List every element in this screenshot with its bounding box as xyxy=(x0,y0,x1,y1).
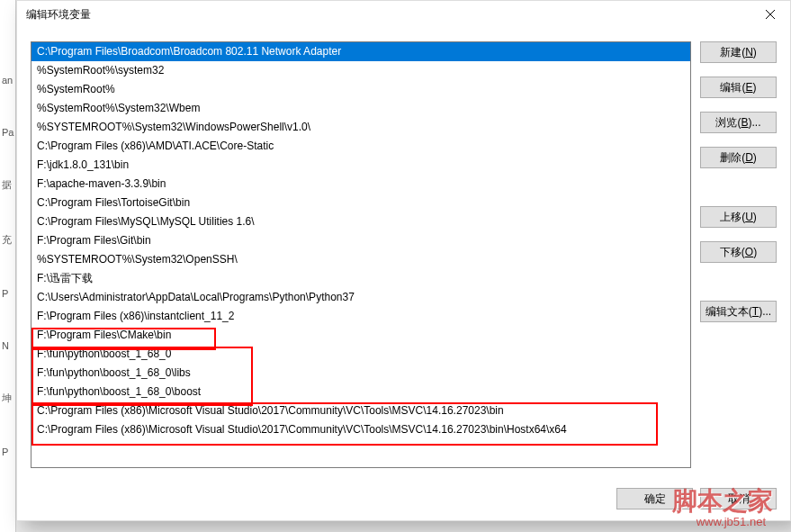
list-item[interactable]: F:\apache-maven-3.3.9\bin xyxy=(31,175,690,194)
list-item[interactable]: C:\Program Files (x86)\Microsoft Visual … xyxy=(31,401,690,420)
list-item[interactable]: F:\fun\python\boost_1_68_0 xyxy=(31,345,690,364)
bg-fragment: 充 xyxy=(0,233,15,247)
move-up-button[interactable]: 上移(U) xyxy=(700,206,777,228)
bg-fragment: Pa xyxy=(0,127,15,138)
list-item[interactable]: F:\fun\python\boost_1_68_0\libs xyxy=(31,364,690,383)
bg-fragment: P xyxy=(0,446,15,457)
browse-button[interactable]: 浏览(B)... xyxy=(700,112,777,133)
edit-text-button[interactable]: 编辑文本(T)... xyxy=(700,301,777,322)
list-item[interactable]: C:\Users\Administrator\AppData\Local\Pro… xyxy=(31,288,690,307)
move-down-button[interactable]: 下移(O) xyxy=(700,241,777,263)
titlebar: 编辑环境变量 xyxy=(17,1,790,28)
delete-button[interactable]: 删除(D) xyxy=(700,147,777,168)
list-item[interactable]: F:\Program Files\Git\bin xyxy=(31,231,690,250)
list-item[interactable]: C:\Program Files (x86)\Microsoft Visual … xyxy=(31,420,690,439)
close-icon xyxy=(766,10,775,19)
list-item[interactable]: %SYSTEMROOT%\System32\OpenSSH\ xyxy=(31,250,690,269)
list-item[interactable]: F:\fun\python\boost_1_68_0\boost xyxy=(31,383,690,401)
list-item[interactable]: F:\Program Files\CMake\bin xyxy=(31,326,690,345)
edit-env-var-dialog: 编辑环境变量 C:\Program Files\Broadcom\Broadco… xyxy=(16,0,791,521)
list-item[interactable]: C:\Program Files\Broadcom\Broadcom 802.1… xyxy=(31,42,690,61)
list-item[interactable]: %SYSTEMROOT%\System32\WindowsPowerShell\… xyxy=(31,118,690,137)
list-item[interactable]: F:\Program Files (x86)\instantclient_11_… xyxy=(31,307,690,326)
close-button[interactable] xyxy=(750,1,790,28)
new-button[interactable]: 新建(N) xyxy=(700,41,777,63)
list-item[interactable]: %SystemRoot% xyxy=(31,80,690,99)
bg-fragment: 据 xyxy=(0,178,15,192)
cancel-button[interactable]: 取消 xyxy=(700,488,777,509)
list-item[interactable]: %SystemRoot%\system32 xyxy=(31,61,690,80)
bg-fragment: an xyxy=(0,75,15,86)
bg-fragment: 坤 xyxy=(0,392,15,405)
list-item[interactable]: F:\jdk1.8.0_131\bin xyxy=(31,156,690,175)
bg-fragment: N xyxy=(0,340,15,351)
bg-fragment: P xyxy=(0,288,15,299)
list-item[interactable]: C:\Program Files\MySQL\MySQL Utilities 1… xyxy=(31,212,690,231)
dialog-title: 编辑环境变量 xyxy=(26,7,91,23)
edit-button[interactable]: 编辑(E) xyxy=(700,77,777,98)
path-listbox[interactable]: C:\Program Files\Broadcom\Broadcom 802.1… xyxy=(31,41,691,468)
ok-button[interactable]: 确定 xyxy=(616,488,693,509)
list-item[interactable]: C:\Program Files\TortoiseGit\bin xyxy=(31,194,690,212)
list-item[interactable]: C:\Program Files (x86)\AMD\ATI.ACE\Core-… xyxy=(31,137,690,156)
list-item[interactable]: %SystemRoot%\System32\Wbem xyxy=(31,99,690,118)
list-item[interactable]: F:\迅雷下载 xyxy=(31,269,690,288)
